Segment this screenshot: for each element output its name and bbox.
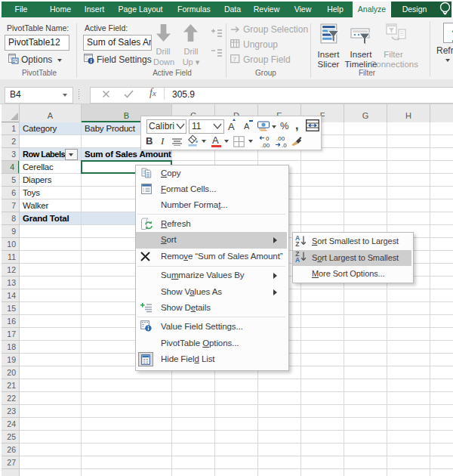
svg-text:.0: .0 bbox=[282, 142, 287, 148]
svg-text:Z: Z bbox=[295, 240, 299, 247]
svg-text:A: A bbox=[295, 256, 300, 263]
svg-text:7: 7 bbox=[233, 56, 237, 63]
svg-text:.00: .00 bbox=[261, 142, 270, 148]
